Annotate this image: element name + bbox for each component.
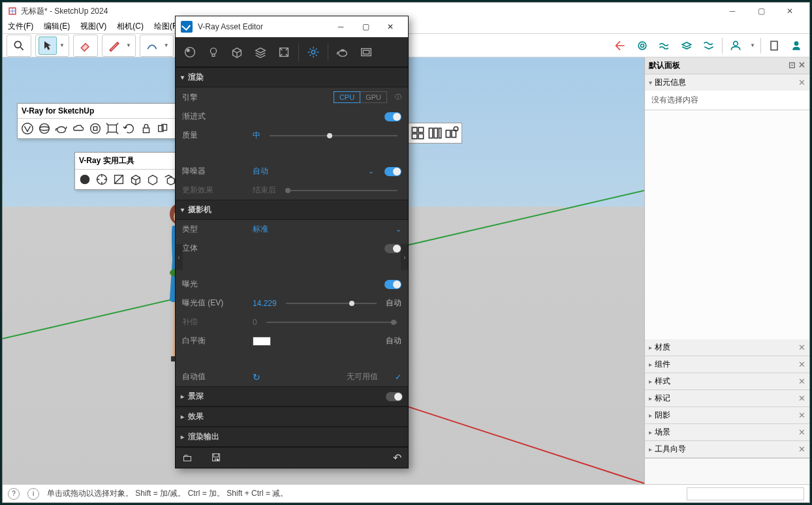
styles-header[interactable]: ▸样式✕ xyxy=(645,373,809,390)
quality-slider[interactable] xyxy=(270,135,398,136)
vray-expand-right[interactable]: › xyxy=(401,244,408,270)
wb-swatch[interactable] xyxy=(253,337,271,346)
vray-expand-left[interactable]: ‹ xyxy=(176,244,183,270)
search-tool[interactable] xyxy=(10,37,28,55)
vray-tab-textures[interactable] xyxy=(249,40,272,64)
section-effects-header[interactable]: ▸效果 xyxy=(176,406,408,427)
help-icon[interactable]: ? xyxy=(8,488,20,500)
vray-util-toolbar[interactable]: V-Ray 实用工具 xyxy=(74,152,185,190)
panel-title-label: 默认面板 xyxy=(649,60,680,71)
arc-tool[interactable] xyxy=(143,37,161,55)
vray-teapot-icon[interactable] xyxy=(53,120,70,137)
pencil-tool[interactable] xyxy=(105,37,123,55)
info-icon[interactable]: i xyxy=(27,488,39,500)
denoiser-dropdown[interactable]: ⌄ xyxy=(368,167,374,176)
section-output-header[interactable]: ▸渲染输出 xyxy=(176,427,408,447)
vray-stop-icon[interactable] xyxy=(87,120,104,137)
shadows-header[interactable]: ▸阴影✕ xyxy=(645,407,809,423)
util-sphere-icon[interactable] xyxy=(76,171,93,188)
vray-maximize-button[interactable]: ▢ xyxy=(353,18,378,36)
arc-dropdown[interactable]: ▼ xyxy=(163,42,170,48)
select-tool[interactable] xyxy=(39,37,57,55)
vray-cloud-icon[interactable] xyxy=(70,120,87,137)
progressive-toggle[interactable] xyxy=(384,112,401,121)
components-header[interactable]: ▸组件✕ xyxy=(645,356,809,373)
axes-tool[interactable] xyxy=(611,37,629,55)
layers-tool[interactable] xyxy=(678,37,696,55)
util-slash-icon[interactable] xyxy=(110,171,127,188)
maximize-button[interactable]: ▢ xyxy=(747,3,775,20)
dof-toggle[interactable] xyxy=(386,392,403,401)
entity-info-header[interactable]: ▾图元信息✕ xyxy=(645,74,809,91)
vray-folder-icon[interactable]: 🗀 xyxy=(182,452,193,464)
vray-minimize-button[interactable]: ─ xyxy=(328,18,353,36)
grid-eye-icon[interactable] xyxy=(443,125,460,142)
user-icon[interactable] xyxy=(726,37,745,55)
vray-tab-materials[interactable] xyxy=(178,40,202,64)
quality-value[interactable]: 中 xyxy=(253,130,260,141)
vray-save-icon[interactable]: 🖫 xyxy=(211,452,221,464)
section-camera-header[interactable]: ▾摄影机 xyxy=(176,200,408,220)
util-target-icon[interactable] xyxy=(93,171,110,188)
tags-header[interactable]: ▸标记✕ xyxy=(645,390,809,406)
menu-camera[interactable]: 相机(C) xyxy=(112,21,149,32)
close-button[interactable]: ✕ xyxy=(775,3,804,20)
camera-type-dropdown[interactable]: ⌄ xyxy=(396,225,401,234)
measurement-box[interactable] xyxy=(687,487,804,500)
vray-tab-render[interactable] xyxy=(331,40,354,64)
vray-lock-icon[interactable] xyxy=(138,120,155,137)
ev-value[interactable]: 14.229 xyxy=(253,299,277,308)
refresh-auto-icon[interactable]: ↻ xyxy=(253,372,260,382)
exposure-toggle[interactable] xyxy=(384,280,401,289)
vray-batch-icon[interactable] xyxy=(155,120,172,137)
vray-undo-icon[interactable]: ↶ xyxy=(393,451,401,464)
vray-tab-settings[interactable] xyxy=(302,40,325,64)
extra-toolbar[interactable] xyxy=(407,123,462,144)
close-section-icon[interactable]: ✕ xyxy=(798,78,805,87)
vray-tab-lights[interactable] xyxy=(202,40,225,64)
user-dropdown[interactable]: ▼ xyxy=(749,42,757,48)
vray-tab-render-elements[interactable] xyxy=(272,40,296,64)
vray-refresh-icon[interactable] xyxy=(121,120,138,137)
stereo-toggle[interactable] xyxy=(384,244,401,253)
camera-type-value[interactable]: 标准 xyxy=(253,224,268,235)
section-dof-header[interactable]: ▸景深 xyxy=(176,386,408,406)
grid-icon-2[interactable] xyxy=(426,125,443,142)
profile-icon[interactable] xyxy=(787,37,805,55)
grid-icon-1[interactable] xyxy=(409,125,426,142)
wave-tool[interactable] xyxy=(655,37,674,55)
vray-tab-geometry[interactable] xyxy=(225,40,249,64)
util-cube1-icon[interactable] xyxy=(127,171,144,188)
vray-sphere-icon[interactable] xyxy=(36,120,53,137)
scenes-header[interactable]: ▸场景✕ xyxy=(645,424,809,440)
menu-file[interactable]: 文件(F) xyxy=(3,21,39,32)
doc-icon[interactable] xyxy=(765,37,783,55)
wave-layers-tool[interactable] xyxy=(700,37,718,55)
engine-selector[interactable]: CPUGPU xyxy=(334,91,387,103)
panel-pin-icon[interactable]: ⊡ xyxy=(789,60,796,71)
swirl-tool-1[interactable] xyxy=(633,37,651,55)
instructor-header[interactable]: ▸工具向导✕ xyxy=(645,441,809,457)
select-dropdown[interactable]: ▼ xyxy=(58,42,66,48)
section-render-header[interactable]: ▾渲染 xyxy=(176,67,408,87)
ev-slider[interactable] xyxy=(286,303,377,304)
denoiser-toggle[interactable] xyxy=(384,167,401,176)
panel-close-icon[interactable]: ✕ xyxy=(798,60,805,71)
vray-close-button[interactable]: ✕ xyxy=(378,18,403,36)
instructor-section: ▸工具向导✕ xyxy=(645,441,809,458)
materials-header[interactable]: ▸材质✕ xyxy=(645,339,809,356)
util-cube2-icon[interactable] xyxy=(144,171,161,188)
vray-asset-editor-window[interactable]: V-Ray Asset Editor ─ ▢ ✕ ‹ › ▾渲染 引擎 CPUG… xyxy=(175,16,409,468)
vray-logo-icon[interactable] xyxy=(19,120,36,137)
vray-main-toolbar[interactable]: V-Ray for SketchUp xyxy=(17,103,177,139)
vray-tab-frame-buffer[interactable] xyxy=(354,40,378,64)
pencil-dropdown[interactable]: ▼ xyxy=(125,42,133,48)
vray-win-titlebar[interactable]: V-Ray Asset Editor ─ ▢ ✕ xyxy=(176,16,408,37)
menu-edit[interactable]: 编辑(E) xyxy=(39,21,75,32)
denoiser-value[interactable]: 自动 xyxy=(253,166,268,177)
vray-frame-icon[interactable] xyxy=(104,120,121,137)
svg-rect-26 xyxy=(412,127,417,132)
minimize-button[interactable]: ─ xyxy=(718,3,747,20)
menu-view[interactable]: 视图(V) xyxy=(75,21,112,32)
eraser-tool[interactable] xyxy=(76,37,95,55)
